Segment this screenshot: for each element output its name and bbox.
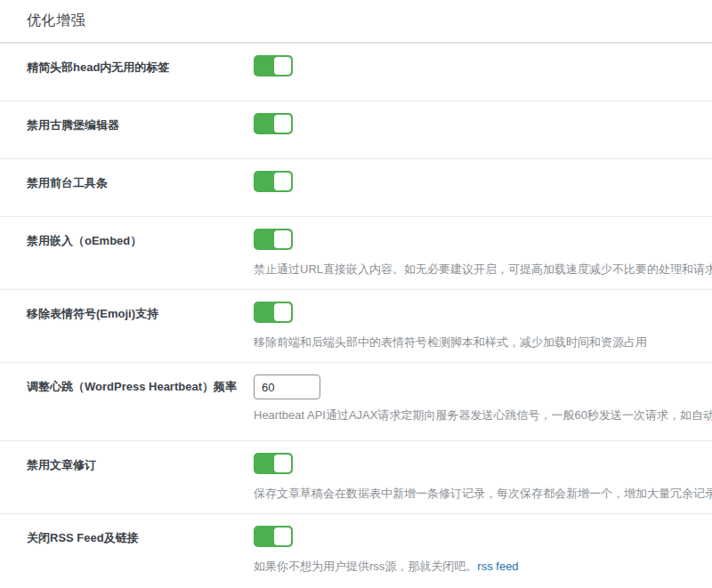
setting-label: 移除表情符号(Emoji)支持 xyxy=(0,306,254,322)
toggle-switch-on[interactable] xyxy=(254,171,293,192)
setting-description-text: 保存文章草稿会在数据表中新增一条修订记录，每次保存都会新增一个，增加大量冗余记录 xyxy=(254,487,712,500)
toggle-switch-on[interactable] xyxy=(254,113,293,134)
setting-label: 禁用嵌入（oEmbed） xyxy=(0,233,254,249)
setting-row: 禁用古腾堡编辑器 xyxy=(0,101,712,159)
setting-row: 关闭RSS Feed及链接 如果你不想为用户提供rss源，那就关闭吧。rss f… xyxy=(0,514,712,588)
page-title: 优化增强 xyxy=(27,12,85,30)
toggle-knob xyxy=(274,528,291,545)
setting-row: 禁用文章修订 保存文章草稿会在数据表中新增一条修订记录，每次保存都会新增一个，增… xyxy=(0,441,712,514)
settings-table: 精简头部head内无用的标签 禁用古腾堡编辑器 禁用前台工具条 禁用嵌入（oEm… xyxy=(0,44,712,588)
rss-feed-link[interactable]: rss feed xyxy=(477,560,518,573)
setting-control xyxy=(254,113,712,138)
toggle-knob xyxy=(274,455,291,472)
setting-description-text: 禁止通过URL直接嵌入内容。如无必要建议开启，可提高加载速度减少不比要的处理和请… xyxy=(254,262,712,276)
setting-description: 移除前端和后端头部中的表情符号检测脚本和样式，减少加载时间和资源占用 xyxy=(254,334,712,351)
setting-control xyxy=(254,55,712,80)
setting-row: 调整心跳（WordPress Heartbeat）频率 Heartbeat AP… xyxy=(0,363,712,441)
toggle-switch-on[interactable] xyxy=(254,229,293,250)
setting-control: 禁止通过URL直接嵌入内容。如无必要建议开启，可提高加载速度减少不比要的处理和请… xyxy=(254,229,712,278)
setting-label: 关闭RSS Feed及链接 xyxy=(0,530,254,546)
setting-control: 如果你不想为用户提供rss源，那就关闭吧。rss feed xyxy=(254,526,712,576)
toggle-knob xyxy=(274,115,291,133)
toggle-knob xyxy=(274,57,291,75)
setting-control: Heartbeat API通过AJAX请求定期向服务器发送心跳信号，一般60秒发… xyxy=(254,375,712,424)
setting-description: 保存文章草稿会在数据表中新增一条修订记录，每次保存都会新增一个，增加大量冗余记录 xyxy=(254,485,712,503)
setting-description-text: 移除前端和后端头部中的表情符号检测脚本和样式，减少加载时间和资源占用 xyxy=(254,335,647,349)
setting-row: 精简头部head内无用的标签 xyxy=(0,44,712,101)
toggle-knob xyxy=(274,303,291,321)
setting-control: 保存文章草稿会在数据表中新增一条修订记录，每次保存都会新增一个，增加大量冗余记录 xyxy=(254,453,712,503)
setting-label: 禁用古腾堡编辑器 xyxy=(0,117,254,133)
setting-description-text: 如果你不想为用户提供rss源，那就关闭吧。 xyxy=(254,560,477,573)
setting-description: Heartbeat API通过AJAX请求定期向服务器发送心跳信号，一般60秒发… xyxy=(254,407,712,424)
setting-description: 禁止通过URL直接嵌入内容。如无必要建议开启，可提高加载速度减少不比要的处理和请… xyxy=(254,261,712,278)
toggle-switch-on[interactable] xyxy=(254,526,293,547)
toggle-knob xyxy=(274,173,291,190)
heartbeat-frequency-input[interactable] xyxy=(254,375,320,399)
setting-row: 移除表情符号(Emoji)支持 移除前端和后端头部中的表情符号检测脚本和样式，减… xyxy=(0,290,712,363)
setting-label: 精简头部head内无用的标签 xyxy=(0,60,254,76)
setting-label: 禁用文章修订 xyxy=(0,457,254,473)
setting-control xyxy=(254,171,712,196)
setting-row: 禁用嵌入（oEmbed） 禁止通过URL直接嵌入内容。如无必要建议开启，可提高加… xyxy=(0,217,712,290)
page-header: 优化增强 xyxy=(0,0,712,44)
setting-control: 移除前端和后端头部中的表情符号检测脚本和样式，减少加载时间和资源占用 xyxy=(254,302,712,351)
setting-description-text: Heartbeat API通过AJAX请求定期向服务器发送心跳信号，一般60秒发… xyxy=(254,408,712,422)
toggle-knob xyxy=(274,230,291,248)
optimization-settings-page: 优化增强 精简头部head内无用的标签 禁用古腾堡编辑器 禁用前台工具条 禁用嵌… xyxy=(0,0,712,588)
setting-description: 如果你不想为用户提供rss源，那就关闭吧。rss feed xyxy=(254,558,712,576)
setting-row: 禁用前台工具条 xyxy=(0,159,712,217)
toggle-switch-on[interactable] xyxy=(254,453,293,474)
setting-label: 调整心跳（WordPress Heartbeat）频率 xyxy=(0,379,254,395)
toggle-switch-on[interactable] xyxy=(254,302,293,323)
setting-label: 禁用前台工具条 xyxy=(0,175,254,191)
toggle-switch-on[interactable] xyxy=(254,55,293,77)
